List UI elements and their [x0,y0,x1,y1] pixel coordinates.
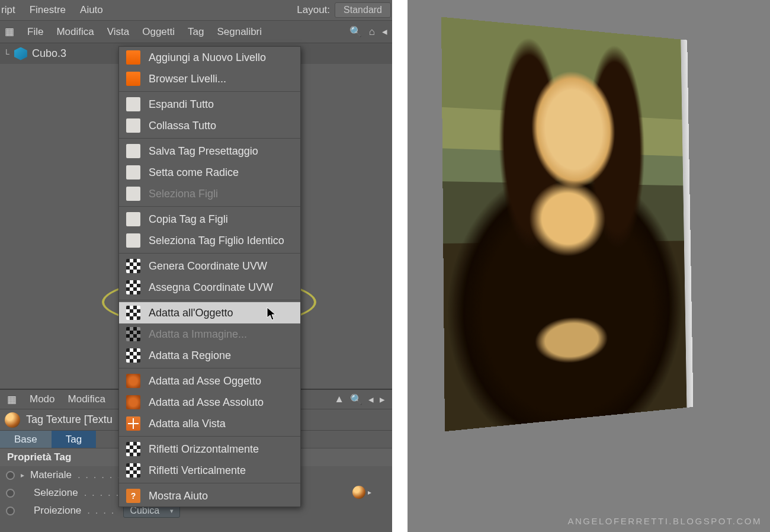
ctx-label: Adatta a Regione [149,350,231,362]
ctx-label: Espandi Tutto [149,98,214,111]
pale-icon [126,212,140,226]
chk-icon [126,306,140,320]
ctx-help[interactable]: ?Mostra Aiuto [119,485,300,507]
viewport-panel: ANGELOFERRETTI.BLOGSPOT.COM [408,0,770,532]
layout-dropdown[interactable]: Standard [335,2,391,18]
pale-icon [126,233,140,248]
ctx-layer_browser[interactable]: Browser Livelli... [119,68,300,89]
dropdown-icon: ▸ [368,488,371,496]
prop-label: Materiale [30,469,72,481]
menu-item[interactable]: Modifica [68,393,105,405]
menu-item[interactable]: Modo [30,393,55,405]
ctx-save_tag_preset[interactable]: Salva Tag Presettaggio [119,140,300,162]
object-name: Cubo.3 [32,47,66,60]
nav-right-icon[interactable]: ▸ [380,393,385,406]
menu-item[interactable]: Vista [107,26,130,38]
watermark-text: ANGELOFERRETTI.BLOGSPOT.COM [567,516,762,526]
chk-icon [126,348,140,363]
menu-item[interactable]: Aiuto [80,4,103,16]
cube-icon [14,47,27,60]
house-icon [126,165,140,180]
home-icon[interactable]: ⌂ [369,26,375,38]
ctx-label: Browser Livelli... [149,73,226,85]
help-icon: ? [126,489,140,503]
ctx-fit_object[interactable]: Adatta all'Oggetto [119,302,300,323]
object-manager-menu: ▦ File Modifica Vista Oggetti Tag Segnal… [0,20,392,43]
painting-texture [441,17,686,432]
ctx-add_layer[interactable]: Aggiungi a Nuovo Livello [119,47,300,68]
prop-label: Selezione [34,487,78,499]
radio-icon [6,507,15,515]
radio-icon [6,471,15,480]
app-menu-bar: ript Finestre Aiuto Layout: Standard [0,0,392,20]
ctx-mirror_v[interactable]: Rifletti Verticalmente [119,460,300,481]
ctx-fit_view[interactable]: Adatta alla Vista [119,413,300,434]
ctx-collapse_all[interactable]: Collassa Tutto [119,115,300,136]
chk-icon [126,327,140,341]
menu-item[interactable]: Segnalibri [217,26,262,38]
nav-left-icon[interactable]: ◂ [368,393,374,406]
grid-icon [126,416,140,431]
ctx-label: Mostra Aiuto [149,490,208,502]
orange-icon [126,50,140,65]
menu-item[interactable]: Tag [188,26,204,38]
ctx-label: Adatta alla Vista [149,418,226,430]
hatch-icon[interactable]: ▦ [7,393,17,406]
ctx-label: Seleziona Figli [149,188,218,200]
ctx-copy_tag_children[interactable]: Copia Tag a Figli [119,209,300,230]
hatch-icon[interactable]: ▦ [5,25,14,38]
orange-icon [126,72,140,86]
menu-item[interactable]: Modifica [56,26,94,38]
ctx-label: Setta come Radice [149,166,239,179]
ctx-select_children: Seleziona Figli [119,183,300,204]
ctx-expand_all[interactable]: Espandi Tutto [119,94,300,115]
menu-item[interactable]: Oggetti [142,26,175,38]
dots: . . . . . . [78,469,121,481]
ctx-label: Adatta a Immagine... [149,328,247,341]
pale-icon [126,118,140,133]
ctx-fit_image: Adatta a Immagine... [119,323,300,345]
ctx-label: Assegna Coordinate UVW [149,281,273,294]
ctx-assign_uvw[interactable]: Assegna Coordinate UVW [119,277,300,298]
ctx-mirror_h[interactable]: Rifletti Orizzontalmente [119,438,300,460]
globe-icon [126,374,140,388]
ctx-label: Copia Tag a Figli [149,213,228,226]
ctx-fit_abs_axis[interactable]: Adatta ad Asse Assoluto [119,392,300,413]
ctx-label: Adatta all'Oggetto [149,307,233,319]
ctx-label: Adatta ad Asse Assoluto [149,396,264,409]
menu-item[interactable]: Finestre [30,4,66,16]
ctx-fit_obj_axis[interactable]: Adatta ad Asse Oggetto [119,370,300,392]
attr-title: Tag Texture [Textu [26,414,113,426]
tree-connector-icon: └ [4,49,9,59]
ctx-set_root[interactable]: Setta come Radice [119,162,300,183]
material-sphere-icon [352,486,365,499]
menu-item[interactable]: File [27,26,43,38]
house-icon [126,187,140,201]
context-menu: Aggiungi a Nuovo LivelloBrowser Livelli.… [118,46,301,507]
ctx-label: Rifletti Orizzontalmente [149,443,259,456]
search-icon[interactable]: 🔍 [350,393,362,406]
globe-icon [126,395,140,409]
tab-base[interactable]: Base [0,431,52,448]
material-thumb[interactable]: ▸ [352,486,371,499]
ctx-label: Genera Coordinate UVW [149,260,267,273]
nav-up-icon[interactable]: ▲ [334,393,344,406]
disclose-icon: ▸ [21,471,24,479]
radio-icon [6,489,15,498]
chk-icon [126,463,140,477]
tab-tag[interactable]: Tag [52,431,96,448]
house-icon [126,144,140,158]
ctx-gen_uvw[interactable]: Genera Coordinate UVW [119,255,300,277]
ctx-label: Aggiungi a Nuovo Livello [149,52,266,64]
ctx-fit_region[interactable]: Adatta a Regione [119,345,300,366]
search-icon[interactable]: 🔍 [349,25,362,38]
menu-item[interactable]: ript [1,4,15,16]
prop-label: Proiezione [34,505,81,517]
viewport-canvas[interactable] [443,15,739,525]
ctx-label: Salva Tag Presettaggio [149,145,258,158]
pale-icon [126,97,140,111]
chevron-icon[interactable]: ◂ [382,25,387,38]
chk-icon [126,280,140,294]
ctx-select_identical[interactable]: Seleziona Tag Figlio Identico [119,230,300,251]
chk-icon [126,259,140,273]
